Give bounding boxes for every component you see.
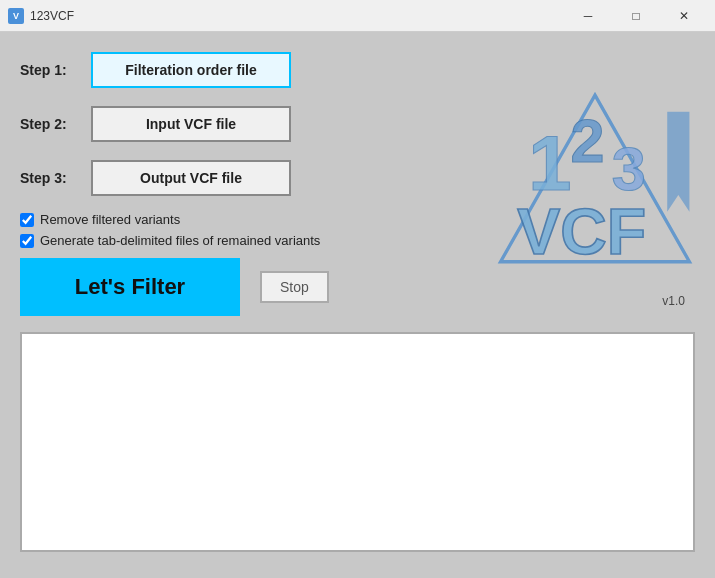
window-title: 123VCF [30,9,74,23]
app-icon: V [8,8,24,24]
output-vcf-file-button[interactable]: Output VCF file [91,160,291,196]
step-3-row: Step 3: Output VCF file [20,160,495,196]
input-vcf-file-button[interactable]: Input VCF file [91,106,291,142]
remove-filtered-label: Remove filtered variants [40,212,180,227]
svg-text:1: 1 [528,120,571,206]
remove-filtered-row: Remove filtered variants [20,212,495,227]
step-2-row: Step 2: Input VCF file [20,106,495,142]
options-area: Remove filtered variants Generate tab-de… [20,212,495,248]
output-area [20,332,695,552]
step-1-row: Step 1: Filteration order file [20,52,495,88]
logo-section: 1 2 3 VCF v1.0 [495,52,695,316]
step-2-label: Step 2: [20,116,75,132]
main-content: Step 1: Filteration order file Step 2: I… [0,32,715,578]
version-text: v1.0 [662,294,685,308]
generate-tab-row: Generate tab-delimited files of remained… [20,233,495,248]
left-section: Step 1: Filteration order file Step 2: I… [20,52,495,316]
step-3-label: Step 3: [20,170,75,186]
steps-area: Step 1: Filteration order file Step 2: I… [20,52,495,196]
app-logo: 1 2 3 VCF [495,52,695,316]
minimize-button[interactable]: ─ [565,4,611,28]
stop-button[interactable]: Stop [260,271,329,303]
generate-tab-label: Generate tab-delimited files of remained… [40,233,320,248]
filteration-order-file-button[interactable]: Filteration order file [91,52,291,88]
svg-text:VCF: VCF [517,196,646,268]
remove-filtered-checkbox[interactable] [20,213,34,227]
svg-text:3: 3 [612,135,646,203]
action-row: Let's Filter Stop [20,258,495,316]
step-1-label: Step 1: [20,62,75,78]
generate-tab-checkbox[interactable] [20,234,34,248]
close-button[interactable]: ✕ [661,4,707,28]
title-bar: V 123VCF ─ □ ✕ [0,0,715,32]
maximize-button[interactable]: □ [613,4,659,28]
svg-marker-5 [667,112,689,212]
window-controls: ─ □ ✕ [565,4,707,28]
svg-text:2: 2 [571,107,605,175]
lets-filter-button[interactable]: Let's Filter [20,258,240,316]
